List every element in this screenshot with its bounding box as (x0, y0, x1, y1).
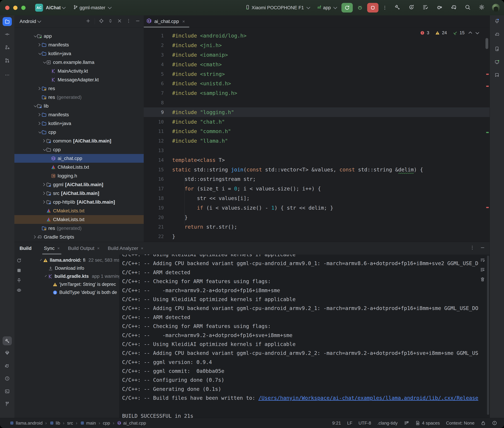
editor-tab-ai-chat-cpp[interactable]: C ai_chat.cpp × (144, 16, 189, 27)
chevron-down-icon[interactable] (31, 35, 37, 37)
build-tree-item[interactable]: build.gradle.ktsapp 1 warning (14, 272, 119, 280)
status-encoding[interactable]: UTF-8 (359, 420, 371, 426)
expand-all-button[interactable] (108, 18, 113, 25)
code-line-6[interactable]: 6#include <unistd.h> (144, 79, 490, 88)
device-selector[interactable]: Xiaomi POCOPHONE F1 (245, 5, 310, 11)
close-tab-icon[interactable]: × (97, 246, 99, 251)
tool-strip-gradle[interactable] (492, 30, 502, 39)
collapse-all-button[interactable] (117, 18, 122, 25)
code-line-17[interactable]: 17 for (size_t i = 0; i < values.size();… (144, 184, 490, 194)
tree-item-cpp[interactable]: cpp (14, 145, 144, 154)
search-button[interactable] (465, 4, 471, 11)
tree-item-cpp[interactable]: cpp (14, 128, 144, 137)
chevron-down-icon[interactable] (41, 61, 46, 63)
tool-strip-problems[interactable] (3, 374, 12, 383)
close-tab-icon[interactable]: × (141, 246, 143, 251)
project-selector[interactable]: AiChat (46, 5, 61, 10)
chevron-right-icon[interactable] (41, 192, 46, 194)
tool-strip-version-control[interactable] (3, 399, 12, 408)
tree-item-res[interactable]: res(generated) (14, 224, 144, 233)
breadcrumb-cpp[interactable]: cpp (103, 420, 110, 426)
status-context[interactable]: Context: None (446, 420, 475, 426)
tool-strip-more[interactable] (3, 71, 12, 80)
tree-item-ggml[interactable]: ggml[AiChat.lib.main] (14, 180, 144, 189)
build-tab-sync[interactable]: Sync× (40, 242, 64, 255)
clear-all-button[interactable] (480, 277, 485, 283)
tree-item-common[interactable]: common[AiChat.lib.main] (14, 137, 144, 145)
breadcrumb-main[interactable]: main (80, 420, 96, 426)
more-vertical-button[interactable] (470, 245, 475, 251)
attach-debugger-button[interactable] (436, 4, 443, 11)
breadcrumb-llama-android[interactable]: llama.android (10, 420, 43, 426)
code-line-3[interactable]: 3#include <iomanip> (144, 50, 490, 60)
tree-item-lib[interactable]: lib (14, 102, 144, 110)
tool-strip-commit[interactable] (3, 30, 12, 39)
tool-strip-app-quality-insights[interactable] (3, 348, 12, 357)
code-line-2[interactable]: 2#include <jni.h> (144, 41, 490, 50)
tree-item-manifests[interactable]: manifests (14, 110, 144, 119)
chevron-right-icon[interactable] (36, 122, 42, 124)
chevron-right-icon[interactable] (41, 140, 46, 142)
tree-item-ai-chat-cpp[interactable]: Cai_chat.cpp (14, 154, 144, 163)
tree-item-manifests[interactable]: manifests (14, 41, 144, 49)
status-notifications-status[interactable] (492, 420, 497, 426)
tree-item-cpp-httplib[interactable]: cpp-httplib[AiChat.lib.main] (14, 198, 144, 206)
build-tab-build-output[interactable]: Build Output× (64, 242, 103, 255)
code-line-4[interactable]: 4#include <cmath> (144, 60, 490, 69)
editor-scrollbar[interactable] (486, 38, 488, 49)
chevron-down-icon[interactable] (31, 105, 37, 107)
console-scrollbar[interactable] (487, 255, 489, 415)
hide-button[interactable] (480, 245, 485, 251)
hide-button[interactable] (135, 18, 140, 25)
status-write-access[interactable] (481, 420, 486, 426)
rerun-button[interactable] (342, 3, 353, 13)
soft-wrap-button[interactable] (480, 258, 485, 263)
chevron-right-icon[interactable] (31, 236, 37, 238)
status-indent[interactable]: 4 spaces (415, 420, 440, 426)
code-line-8[interactable]: 8 (144, 98, 490, 107)
gradle-sync-button[interactable] (451, 4, 457, 11)
status-clang-tidy[interactable]: .clang-tidy (377, 420, 398, 426)
tool-strip-pull-requests[interactable] (3, 56, 12, 65)
previous-problem-icon[interactable] (469, 32, 472, 35)
project-tree[interactable]: appmanifestskotlin+javacom.example.llama… (14, 28, 144, 242)
apply-code-changes-button[interactable] (422, 4, 428, 11)
tree-item-com-example-llama[interactable]: com.example.llama (14, 58, 144, 67)
chevron-down-icon[interactable] (41, 149, 46, 150)
tree-item-res[interactable]: res(generated) (14, 93, 144, 102)
console-link[interactable]: /Users/hanyin/Workspace/ai-chat/examples… (258, 395, 478, 401)
code-line-20[interactable]: 20 } (144, 213, 490, 222)
close-tab-icon[interactable]: × (57, 246, 60, 251)
close-window-button[interactable] (5, 6, 9, 10)
code-line-7[interactable]: 7#include <sampling.h> (144, 88, 490, 98)
next-problem-icon[interactable] (476, 31, 479, 34)
debug-button[interactable] (356, 4, 364, 11)
build-hammer-button[interactable] (394, 4, 401, 11)
build-tree-item[interactable]: BuildType 'debug' is both de (14, 288, 119, 296)
code-line-12[interactable]: 12#include "llama.h" (144, 136, 490, 146)
build-console[interactable]: C/C++: -- Using KleidiAI optimized kerne… (119, 255, 490, 418)
code-line-19[interactable]: 19 if (i < values.size() - 1) { str << d… (144, 203, 490, 213)
tree-item-cmakelists-txt[interactable]: CMakeLists.txt (14, 206, 144, 215)
tool-strip-structure[interactable] (3, 43, 12, 52)
tree-item-logging-h[interactable]: Hlogging.h (14, 172, 144, 180)
build-tab-build-analyzer[interactable]: Build Analyzer× (103, 242, 147, 255)
code-line-21[interactable]: 21 return str.str(); (144, 222, 490, 232)
code-line-5[interactable]: 5#include <string> (144, 69, 490, 79)
code-line-14[interactable]: 14template<class T> (144, 155, 490, 165)
code-line-11[interactable]: 11#include "common.h" (144, 127, 490, 136)
tree-item-app[interactable]: app (14, 32, 144, 41)
tool-strip-gemini[interactable] (492, 71, 502, 80)
code-line-18[interactable]: 18 str << values[i]; (144, 194, 490, 203)
tool-strip-build-hammer[interactable] (3, 336, 12, 345)
branch-selector[interactable]: ggml-master (73, 5, 111, 11)
build-tree-item[interactable]: 'jvmTarget: String' is deprec (14, 280, 119, 288)
zoom-window-button[interactable] (21, 6, 26, 10)
tool-strip-terminal[interactable] (3, 387, 12, 396)
more-vertical-icon[interactable] (382, 5, 387, 10)
chevron-right-icon[interactable] (36, 114, 42, 116)
tree-item-kotlin-java[interactable]: kotlin+java (14, 119, 144, 128)
tool-strip-running-devices[interactable] (492, 58, 502, 66)
tool-strip-notifications[interactable] (492, 16, 502, 25)
code-line-9[interactable]: 9#include "logging.h" (144, 107, 490, 117)
